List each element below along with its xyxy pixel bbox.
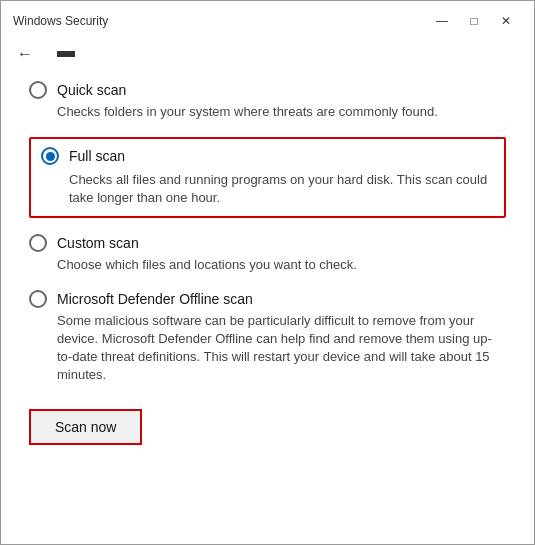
- full-scan-option: Full scan Checks all files and running p…: [29, 137, 506, 217]
- scan-now-button[interactable]: Scan now: [29, 409, 142, 445]
- custom-scan-radio[interactable]: [29, 234, 47, 252]
- radio-inner-dot: [46, 152, 55, 161]
- menu-button[interactable]: [53, 49, 79, 59]
- hamburger-icon: [57, 55, 75, 57]
- back-button[interactable]: ←: [13, 43, 37, 65]
- window-controls: — □ ✕: [426, 9, 522, 33]
- offline-scan-label: Microsoft Defender Offline scan: [57, 291, 253, 307]
- quick-scan-option: Quick scan Checks folders in your system…: [29, 81, 506, 121]
- content-area: Quick scan Checks folders in your system…: [1, 73, 534, 544]
- offline-scan-description: Some malicious software can be particula…: [57, 312, 506, 385]
- full-scan-radio[interactable]: [41, 147, 59, 165]
- maximize-button[interactable]: □: [458, 9, 490, 33]
- custom-scan-label: Custom scan: [57, 235, 139, 251]
- quick-scan-label: Quick scan: [57, 82, 126, 98]
- full-scan-label: Full scan: [69, 148, 125, 164]
- quick-scan-description: Checks folders in your system where thre…: [57, 103, 506, 121]
- offline-scan-radio[interactable]: [29, 290, 47, 308]
- quick-scan-header: Quick scan: [29, 81, 506, 99]
- offline-scan-header: Microsoft Defender Offline scan: [29, 290, 506, 308]
- quick-scan-radio[interactable]: [29, 81, 47, 99]
- toolbar: ←: [1, 39, 534, 73]
- custom-scan-option: Custom scan Choose which files and locat…: [29, 234, 506, 274]
- close-button[interactable]: ✕: [490, 9, 522, 33]
- custom-scan-description: Choose which files and locations you wan…: [57, 256, 506, 274]
- full-scan-description: Checks all files and running programs on…: [69, 171, 494, 207]
- offline-scan-option: Microsoft Defender Offline scan Some mal…: [29, 290, 506, 385]
- title-bar: Windows Security — □ ✕: [1, 1, 534, 39]
- custom-scan-header: Custom scan: [29, 234, 506, 252]
- window-title: Windows Security: [13, 14, 108, 28]
- full-scan-header: Full scan: [41, 147, 494, 165]
- minimize-button[interactable]: —: [426, 9, 458, 33]
- windows-security-window: Windows Security — □ ✕ ← Quick scan Chec…: [0, 0, 535, 545]
